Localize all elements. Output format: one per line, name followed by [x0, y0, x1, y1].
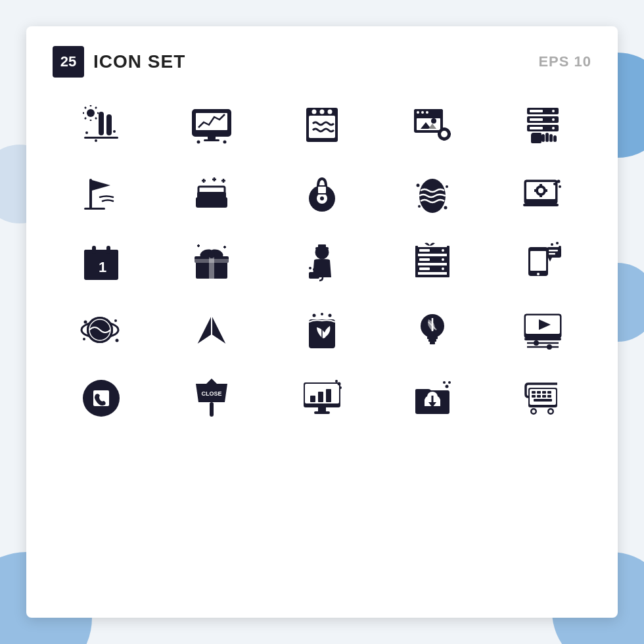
lightbulb-icon — [384, 302, 481, 357]
number-badge: 25 — [53, 46, 84, 78]
svg-rect-124 — [447, 246, 449, 276]
eps-label: EPS 10 — [538, 53, 591, 70]
svg-rect-51 — [541, 134, 545, 142]
svg-point-29 — [417, 111, 419, 114]
svg-point-72 — [419, 179, 446, 213]
svg-point-195 — [448, 381, 451, 384]
svg-rect-178 — [326, 389, 331, 402]
svg-point-167 — [547, 344, 552, 350]
svg-rect-83 — [540, 195, 542, 197]
food-layers-icon — [163, 166, 260, 221]
svg-rect-53 — [549, 134, 553, 142]
svg-point-76 — [444, 206, 448, 210]
svg-point-12 — [85, 131, 88, 134]
svg-rect-202 — [532, 395, 536, 398]
svg-rect-39 — [443, 138, 446, 141]
svg-rect-109 — [318, 244, 326, 248]
monitor-icon — [163, 97, 260, 152]
svg-rect-9 — [99, 112, 104, 135]
svg-rect-131 — [549, 253, 555, 255]
svg-point-75 — [418, 205, 421, 208]
svg-line-8 — [85, 118, 86, 119]
shopping-keyboard-icon — [494, 371, 591, 426]
svg-rect-204 — [542, 395, 546, 398]
svg-point-69 — [320, 196, 324, 200]
svg-point-181 — [339, 386, 342, 389]
svg-rect-10 — [106, 114, 112, 135]
svg-rect-93 — [106, 246, 110, 254]
page-title: ICON SET — [93, 51, 185, 72]
svg-rect-82 — [540, 184, 542, 187]
cloud-folder-icon — [384, 371, 481, 426]
svg-point-20 — [197, 141, 200, 144]
svg-rect-125 — [415, 275, 449, 277]
svg-rect-128 — [547, 247, 561, 258]
svg-rect-175 — [314, 411, 330, 414]
svg-rect-156 — [430, 342, 435, 344]
svg-point-81 — [538, 188, 543, 193]
svg-point-132 — [551, 243, 553, 246]
svg-rect-55 — [89, 179, 92, 209]
svg-rect-126 — [530, 251, 546, 271]
svg-rect-122 — [419, 267, 430, 270]
svg-point-26 — [328, 110, 333, 114]
svg-point-118 — [442, 258, 444, 261]
svg-point-179 — [338, 382, 341, 386]
svg-rect-163 — [524, 338, 561, 340]
svg-rect-58 — [196, 197, 227, 208]
svg-rect-19 — [204, 139, 219, 141]
svg-point-151 — [321, 313, 323, 315]
svg-point-194 — [443, 381, 446, 384]
icon-grid: 1 — [53, 97, 591, 426]
svg-rect-41 — [448, 133, 451, 135]
main-card: 25 ICON SET EPS 10 — [26, 26, 618, 618]
svg-text:CLOSE: CLOSE — [201, 390, 221, 397]
plant-seed-icon — [273, 302, 371, 357]
phone-chat-icon — [494, 234, 591, 289]
photo-browser-icon — [384, 97, 481, 152]
svg-point-35 — [431, 118, 436, 124]
svg-rect-110 — [309, 272, 319, 279]
svg-point-180 — [335, 380, 338, 382]
svg-point-121 — [442, 267, 444, 270]
svg-rect-47 — [530, 118, 543, 121]
svg-point-30 — [421, 111, 424, 114]
svg-marker-56 — [92, 180, 110, 191]
beach-summer-icon — [53, 97, 150, 152]
easter-egg-icon — [384, 166, 481, 221]
svg-rect-177 — [318, 392, 323, 402]
calendar-one-icon: 1 — [53, 234, 150, 289]
svg-line-7 — [95, 107, 97, 108]
barista-coffee-icon — [273, 234, 371, 289]
svg-rect-11 — [84, 137, 118, 139]
svg-rect-85 — [545, 189, 547, 192]
svg-point-73 — [417, 184, 420, 187]
svg-rect-154 — [427, 336, 438, 339]
oven-icon — [273, 97, 371, 152]
gift-box-icon — [163, 234, 260, 289]
svg-rect-205 — [547, 395, 551, 398]
svg-marker-129 — [548, 258, 552, 262]
video-settings-icon — [494, 302, 591, 357]
svg-rect-18 — [208, 135, 216, 139]
svg-point-193 — [446, 385, 449, 388]
svg-rect-119 — [419, 258, 430, 261]
svg-rect-130 — [549, 250, 558, 252]
svg-point-74 — [446, 185, 448, 188]
header-left: 25 ICON SET — [53, 46, 185, 78]
server-hand-icon — [494, 97, 591, 152]
svg-point-139 — [84, 321, 87, 324]
svg-rect-52 — [545, 133, 549, 142]
svg-marker-171 — [206, 379, 217, 384]
svg-rect-50 — [530, 127, 543, 129]
svg-rect-206 — [534, 399, 552, 402]
svg-point-141 — [83, 338, 85, 340]
svg-rect-203 — [537, 395, 541, 398]
svg-point-43 — [552, 110, 555, 112]
lock-disc-icon — [273, 166, 371, 221]
svg-rect-116 — [419, 249, 430, 252]
svg-rect-199 — [537, 391, 541, 394]
phone-circle-icon — [53, 371, 150, 426]
svg-rect-201 — [547, 391, 551, 394]
svg-rect-123 — [415, 246, 418, 276]
